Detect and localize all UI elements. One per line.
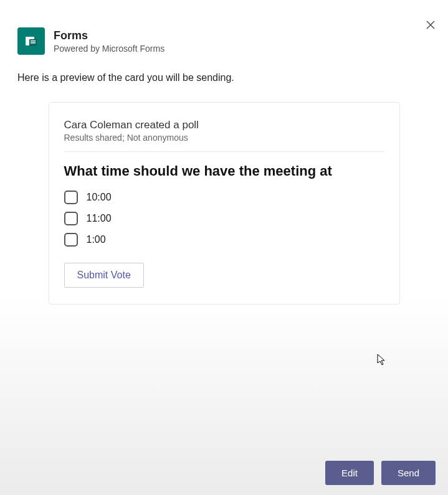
cursor-icon — [377, 354, 387, 366]
poll-option[interactable]: 11:00 — [64, 212, 384, 225]
poll-option[interactable]: 10:00 — [64, 191, 384, 204]
header-text: Forms Powered by Microsoft Forms — [54, 29, 164, 54]
checkbox-icon[interactable] — [64, 191, 78, 204]
poll-question: What time should we have the meeting at — [64, 163, 384, 179]
app-title: Forms — [54, 29, 164, 42]
poll-card: Cara Coleman created a poll Results shar… — [49, 102, 400, 304]
divider — [64, 151, 384, 152]
option-label: 1:00 — [87, 234, 106, 245]
checkbox-icon[interactable] — [64, 212, 78, 225]
checkbox-icon[interactable] — [64, 233, 78, 247]
svg-rect-5 — [31, 42, 36, 44]
forms-icon — [17, 27, 45, 55]
dialog-footer: Edit Send — [325, 461, 436, 485]
option-label: 11:00 — [87, 213, 112, 224]
app-subtitle: Powered by Microsoft Forms — [54, 44, 164, 54]
poll-author-line: Cara Coleman created a poll — [64, 119, 384, 131]
poll-meta: Results shared; Not anonymous — [64, 133, 384, 143]
preview-intro-text: Here is a preview of the card you will b… — [0, 55, 448, 83]
option-label: 10:00 — [87, 192, 112, 203]
send-button[interactable]: Send — [381, 461, 436, 485]
edit-button[interactable]: Edit — [325, 461, 374, 485]
poll-option[interactable]: 1:00 — [64, 233, 384, 247]
dialog-header: Forms Powered by Microsoft Forms — [0, 0, 448, 55]
svg-rect-4 — [31, 40, 36, 42]
submit-vote-button[interactable]: Submit Vote — [64, 263, 144, 288]
close-icon[interactable] — [423, 17, 438, 32]
